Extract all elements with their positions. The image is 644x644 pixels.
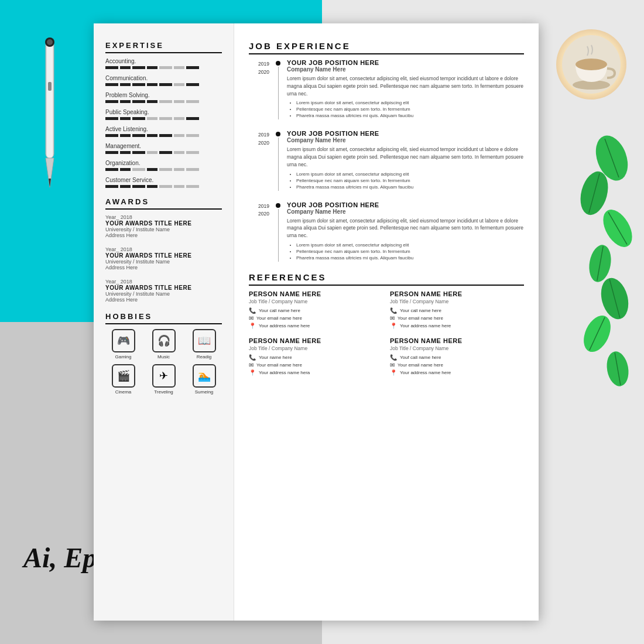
job-content: YOUR JOB POSITION HERE Company Name Here… bbox=[287, 130, 524, 190]
skill-bar-segment bbox=[147, 151, 157, 154]
skill-bar-segment bbox=[132, 100, 145, 103]
address-icon: 📍 bbox=[390, 323, 397, 329]
job-content: YOUR JOB POSITION HERE Company Name Here… bbox=[287, 59, 524, 119]
ref-phone-text: Youf call name here bbox=[400, 355, 441, 360]
skill-bar-segment bbox=[174, 185, 184, 188]
skill-label: Accounting. bbox=[105, 58, 222, 64]
ref-phone-text: Your call name here bbox=[400, 308, 441, 313]
skill-bars bbox=[105, 100, 222, 103]
job-content: YOUR JOB POSITION HERE Company Name Here… bbox=[287, 201, 524, 262]
job-bullet: Lorem ipsum dolor sit amet, consectetur … bbox=[296, 172, 524, 177]
skill-bar-segment bbox=[186, 185, 199, 188]
email-icon: ✉ bbox=[249, 315, 254, 321]
job-bullets-list: Lorem ipsum dolor sit amet, consectetur … bbox=[287, 172, 524, 190]
svg-rect-2 bbox=[48, 82, 52, 91]
job-title: YOUR JOB POSITION HERE bbox=[287, 201, 524, 208]
hobby-item: 🎧 Music bbox=[146, 329, 181, 359]
skill-item: Active Listening. bbox=[105, 126, 222, 137]
job-company: Company Name Here bbox=[287, 66, 524, 73]
award-org: Univeresity / Institute Name bbox=[105, 259, 222, 265]
hobby-label: Readig bbox=[197, 354, 211, 359]
skill-bar-segment bbox=[132, 151, 145, 154]
skill-label: Active Listening. bbox=[105, 126, 222, 132]
skill-bar-segment bbox=[186, 151, 199, 154]
job-description: Lorem ipsum dolor sit amet, consectetur … bbox=[287, 146, 524, 168]
award-year: Year_ 2018 bbox=[105, 246, 222, 252]
hobby-label: Cinema bbox=[115, 389, 132, 395]
leaves-decoration bbox=[568, 117, 638, 410]
skill-bar-segment bbox=[105, 66, 118, 69]
ref-phone: 📞 Your name here bbox=[249, 354, 383, 361]
expertise-list: Accounting.Communication.Problem Solving… bbox=[105, 58, 222, 188]
awards-title: AWARDS bbox=[105, 197, 222, 210]
expertise-title: EXPERTISE bbox=[105, 41, 222, 53]
job-bullet: Pellentesque nec nam alquam sem torto. I… bbox=[296, 107, 524, 112]
skill-bar-segment bbox=[132, 168, 145, 171]
skill-bar-segment bbox=[105, 134, 118, 137]
skill-bar-segment bbox=[159, 117, 172, 120]
ref-address-text: Your address name here bbox=[400, 323, 451, 328]
award-title: YOUR AWARDS TITLE HERE bbox=[105, 252, 222, 259]
skill-bar-segment bbox=[120, 151, 131, 154]
skill-bar-segment bbox=[105, 117, 118, 120]
skill-label: Customer Service. bbox=[105, 177, 222, 183]
job-divider bbox=[275, 130, 281, 190]
job-divider bbox=[275, 201, 281, 262]
ref-jobtitle: Job Title / Company Name bbox=[390, 299, 524, 304]
references-grid: PERSON NAME HERE Job Title / Company Nam… bbox=[249, 290, 524, 377]
skill-item: Problem Solving. bbox=[105, 92, 222, 103]
skill-bar-segment bbox=[147, 185, 157, 188]
ref-address: 📍 Your address name here bbox=[390, 323, 524, 329]
ref-jobtitle: Job Title / Company Name bbox=[249, 345, 383, 351]
reference-item: PERSON NAME HERE Job Title / Company Nam… bbox=[249, 337, 383, 377]
ref-phone: 📞 Youf call name here bbox=[390, 354, 524, 361]
address-icon: 📍 bbox=[249, 369, 256, 376]
award-address: Address Here bbox=[105, 297, 222, 303]
job-line bbox=[278, 138, 279, 190]
job-entry: 20192020 YOUR JOB POSITION HERE Company … bbox=[249, 201, 524, 262]
skill-bars bbox=[105, 168, 222, 171]
skill-bar-segment bbox=[105, 168, 118, 171]
skill-bar-segment bbox=[120, 100, 131, 103]
skill-bar-segment bbox=[174, 168, 184, 171]
address-icon: 📍 bbox=[390, 369, 397, 376]
ref-address-text: Your address name hera bbox=[259, 370, 310, 375]
ref-jobtitle: Job Title / Company Name bbox=[390, 345, 524, 351]
award-org: Univeresity / Institute Name bbox=[105, 291, 222, 297]
skill-item: Management. bbox=[105, 143, 222, 154]
hobby-icon: 🎧 bbox=[152, 329, 176, 352]
skill-bar-segment bbox=[174, 117, 184, 120]
ref-phone: 📞 Your call name here bbox=[390, 307, 524, 314]
ref-email-text: Your email name here bbox=[398, 362, 443, 368]
skill-label: Communication. bbox=[105, 75, 222, 81]
skill-bars bbox=[105, 83, 222, 86]
skill-bar-segment bbox=[120, 83, 131, 86]
reference-item: PERSON NAME HERE Job Title / Company Nam… bbox=[249, 290, 383, 330]
skill-bar-segment bbox=[174, 134, 184, 137]
skill-bar-segment bbox=[120, 66, 131, 69]
phone-icon: 📞 bbox=[390, 354, 397, 361]
job-dot bbox=[276, 61, 280, 66]
skill-bar-segment bbox=[147, 134, 157, 137]
hobby-label: Gaming bbox=[115, 354, 131, 359]
email-icon: ✉ bbox=[249, 362, 254, 368]
hobby-item: 📖 Readig bbox=[186, 329, 222, 359]
left-column: EXPERTISE Accounting.Communication.Probl… bbox=[94, 23, 234, 621]
skill-bars bbox=[105, 185, 222, 188]
job-year: 20192020 bbox=[249, 130, 269, 190]
ref-address-text: Your address name here bbox=[259, 323, 310, 328]
award-address: Address Here bbox=[105, 265, 222, 270]
ref-name: PERSON NAME HERE bbox=[249, 337, 383, 344]
skill-item: Customer Service. bbox=[105, 177, 222, 188]
hobby-item: 🎮 Gaming bbox=[105, 329, 141, 359]
award-item: Year_ 2018 YOUR AWARDS TITLE HERE Univer… bbox=[105, 246, 222, 270]
skill-bar-segment bbox=[132, 66, 145, 69]
hobby-label: Music bbox=[157, 354, 170, 359]
award-item: Year_ 2018 YOUR AWARDS TITLE HERE Univer… bbox=[105, 279, 222, 303]
award-year: Year_ 2018 bbox=[105, 279, 222, 285]
pen-decoration bbox=[35, 35, 70, 211]
job-dot bbox=[276, 203, 280, 208]
reference-item: PERSON NAME HERE Job Title / Company Nam… bbox=[390, 290, 524, 330]
ref-email-text: Your email name here bbox=[256, 362, 302, 368]
email-icon: ✉ bbox=[390, 315, 395, 321]
